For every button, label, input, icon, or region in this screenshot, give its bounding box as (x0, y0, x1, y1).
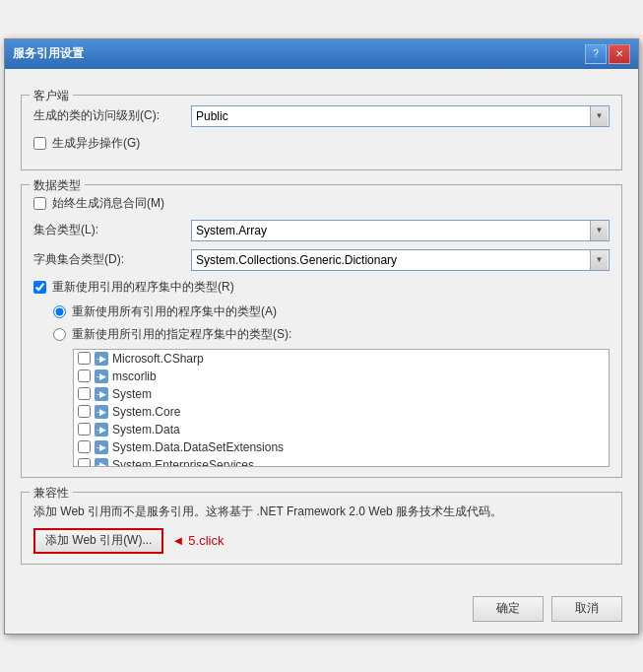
dialog-body: 客户端 生成的类的访问级别(C): Public ▼ 生成异步操作(G) 数据类… (5, 69, 638, 586)
assembly-icon: -▶ (95, 423, 108, 437)
reuse-specified-row: 重新使用所引用的指定程序集中的类型(S): (53, 326, 610, 343)
reuse-checkbox[interactable] (33, 281, 46, 294)
reuse-specified-label[interactable]: 重新使用所引用的指定程序集中的类型(S): (72, 326, 291, 343)
reuse-label[interactable]: 重新使用引用的程序集中的类型(R) (52, 279, 234, 296)
async-label[interactable]: 生成异步操作(G) (52, 135, 140, 152)
data-types-section-title: 数据类型 (30, 177, 85, 194)
assembly-name: System.Core (112, 405, 180, 419)
assembly-checkbox[interactable] (78, 440, 91, 453)
collection-type-row: 集合类型(L): System.Array ▼ (33, 220, 610, 241)
assembly-icon: -▶ (95, 458, 108, 467)
dict-type-select[interactable]: System.Collections.Generic.Dictionary (191, 249, 610, 271)
dict-type-select-wrapper: System.Collections.Generic.Dictionary ▼ (191, 249, 610, 271)
access-level-select[interactable]: Public (191, 105, 610, 127)
access-level-select-wrapper: Public ▼ (191, 105, 610, 127)
dialog-window: 服务引用设置 ? ✕ 客户端 生成的类的访问级别(C): Public ▼ 生成… (4, 38, 639, 635)
list-item: -▶System.Data.DataSetExtensions (74, 438, 609, 456)
reuse-all-radio[interactable] (53, 305, 66, 318)
title-bar-buttons: ? ✕ (585, 44, 630, 64)
data-types-section: 数据类型 始终生成消息合同(M) 集合类型(L): System.Array ▼… (21, 184, 622, 478)
reuse-all-label[interactable]: 重新使用所有引用的程序集中的类型(A) (72, 303, 277, 320)
list-item: -▶System.EnterpriseServices (74, 456, 609, 467)
async-checkbox[interactable] (33, 137, 46, 150)
list-item: -▶System.Core (74, 403, 609, 421)
assembly-icon: -▶ (95, 352, 108, 366)
list-item: -▶System.Data (74, 421, 609, 438)
collection-type-label: 集合类型(L): (33, 222, 191, 238)
client-section: 客户端 生成的类的访问级别(C): Public ▼ 生成异步操作(G) (21, 95, 622, 170)
assembly-checkbox[interactable] (78, 423, 91, 436)
assembly-icon: -▶ (95, 440, 108, 454)
assembly-checkbox[interactable] (78, 458, 91, 467)
compatibility-section-title: 兼容性 (30, 485, 73, 502)
assembly-checkbox[interactable] (78, 352, 91, 365)
assembly-name: System.Data (112, 423, 180, 437)
compatibility-section: 兼容性 添加 Web 引用而不是服务引用。这将基于 .NET Framework… (21, 492, 622, 565)
assembly-icon: -▶ (95, 370, 108, 383)
add-web-row: 添加 Web 引用(W)... ◄ 5.click (33, 528, 610, 554)
client-section-title: 客户端 (30, 88, 73, 104)
assembly-checkbox[interactable] (78, 387, 91, 400)
collection-type-select-wrapper: System.Array ▼ (191, 220, 610, 241)
assembly-list[interactable]: -▶Microsoft.CSharp-▶mscorlib-▶System-▶Sy… (73, 349, 610, 467)
dialog-title: 服务引用设置 (13, 45, 84, 62)
dict-type-row: 字典集合类型(D): System.Collections.Generic.Di… (33, 249, 610, 271)
dict-type-label: 字典集合类型(D): (33, 251, 191, 268)
collection-type-select[interactable]: System.Array (191, 220, 610, 241)
assembly-name: Microsoft.CSharp (112, 352, 204, 366)
reuse-row: 重新使用引用的程序集中的类型(R) (33, 279, 610, 296)
reuse-all-row: 重新使用所有引用的程序集中的类型(A) (53, 303, 610, 320)
assembly-name: System.EnterpriseServices (112, 458, 254, 467)
help-button[interactable]: ? (585, 44, 607, 64)
list-item: -▶System (74, 385, 609, 403)
reuse-specified-radio[interactable] (53, 328, 66, 341)
async-row: 生成异步操作(G) (33, 135, 610, 152)
click-hint-text: 5.click (188, 533, 224, 548)
assembly-checkbox[interactable] (78, 370, 91, 382)
ok-button[interactable]: 确定 (473, 596, 544, 622)
access-level-label: 生成的类的访问级别(C): (33, 107, 191, 124)
close-button[interactable]: ✕ (609, 44, 630, 64)
access-level-row: 生成的类的访问级别(C): Public ▼ (33, 105, 610, 127)
add-web-button[interactable]: 添加 Web 引用(W)... (33, 528, 163, 554)
list-item: -▶Microsoft.CSharp (74, 350, 609, 368)
always-generate-label[interactable]: 始终生成消息合同(M) (52, 195, 164, 212)
click-hint: ◄ 5.click (171, 533, 224, 548)
footer-buttons: 确定 取消 (5, 586, 638, 634)
list-item: -▶mscorlib (74, 368, 609, 385)
title-bar: 服务引用设置 ? ✕ (5, 39, 638, 69)
assembly-name: System (112, 387, 152, 401)
compatibility-text: 添加 Web 引用而不是服务引用。这将基于 .NET Framework 2.0… (33, 503, 610, 520)
cancel-button[interactable]: 取消 (551, 596, 622, 622)
assembly-name: System.Data.DataSetExtensions (112, 440, 284, 454)
left-arrow-icon: ◄ (171, 533, 184, 548)
assembly-icon: -▶ (95, 405, 108, 419)
always-generate-row: 始终生成消息合同(M) (33, 195, 610, 212)
assembly-name: mscorlib (112, 370, 157, 383)
always-generate-checkbox[interactable] (33, 197, 46, 210)
assembly-icon: -▶ (95, 387, 108, 401)
assembly-checkbox[interactable] (78, 405, 91, 418)
